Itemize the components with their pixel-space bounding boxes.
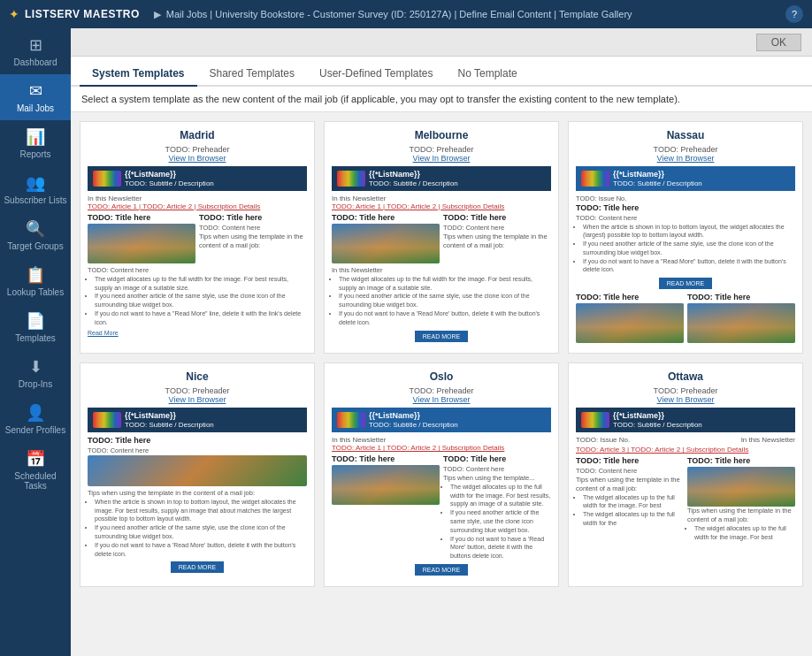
madrid-subtitle: TODO: Subtitle / Description bbox=[125, 179, 214, 188]
sidebar-label-subscriber-lists: Subscriber Lists bbox=[4, 195, 66, 205]
madrid-col1-img bbox=[88, 224, 195, 263]
subscriber-lists-icon: 👥 bbox=[26, 173, 45, 193]
target-groups-icon: 🔍 bbox=[26, 219, 45, 239]
oslo-view-browser[interactable]: View In Browser bbox=[332, 395, 551, 404]
melbourne-two-col: TODO: Title here TODO: Title here TODO: … bbox=[332, 213, 551, 263]
template-name-madrid: Madrid bbox=[88, 129, 307, 141]
ottawa-tips: Tips when using the template in the cont… bbox=[576, 476, 684, 493]
madrid-todo-links: TODO: Article 1 | TODO: Article 2 | Subs… bbox=[88, 202, 260, 210]
melbourne-todo-links: TODO: Article 1 | TODO: Article 2 | Subs… bbox=[332, 202, 504, 210]
nassau-col2-img bbox=[687, 303, 795, 343]
templates-row-1: Madrid TODO: Preheader View In Browser {… bbox=[80, 121, 803, 354]
sidebar-item-lookup-tables[interactable]: 📋 Lookup Tables bbox=[0, 258, 71, 304]
ottawa-col2-bullets: The widget allocates up to the full widt… bbox=[687, 524, 795, 542]
ottawa-subtitle: TODO: Subtitle / Description bbox=[613, 421, 702, 430]
melbourne-bullets: The widget allocates up to the full widt… bbox=[332, 275, 551, 327]
tab-system-templates[interactable]: System Templates bbox=[80, 62, 197, 87]
ottawa-preheader: TODO: Preheader bbox=[576, 386, 795, 395]
melbourne-preheader: TODO: Preheader bbox=[332, 145, 551, 154]
ottawa-todo-links: TODO: Article 3 | TODO: Article 2 | Subs… bbox=[576, 446, 748, 454]
melbourne-subtitle: TODO: Subtitle / Description bbox=[369, 179, 458, 188]
sidebar-item-scheduled-tasks[interactable]: 📅 Scheduled Tasks bbox=[0, 442, 71, 498]
oslo-col1-title: TODO: Title here bbox=[332, 454, 440, 463]
ottawa-col2-tips: Tips when using the template in the cont… bbox=[687, 507, 795, 524]
melbourne-list-name: {{*ListName}} bbox=[369, 170, 458, 179]
melbourne-col1-content: In this Newsletter bbox=[332, 266, 551, 275]
nassau-view-browser[interactable]: View In Browser bbox=[576, 154, 795, 163]
oslo-col1: TODO: Title here bbox=[332, 454, 440, 561]
template-card-madrid[interactable]: Madrid TODO: Preheader View In Browser {… bbox=[80, 121, 315, 354]
melbourne-read-more-btn[interactable]: READ MORE bbox=[415, 331, 468, 342]
melbourne-col2: TODO: Title here TODO: Content here Tips… bbox=[443, 213, 551, 263]
melbourne-header-text: {{*ListName}} TODO: Subtitle / Descripti… bbox=[369, 170, 458, 187]
instruction-text: Select a system template as the new cont… bbox=[71, 87, 812, 112]
oslo-bullets: The widget allocates up to the full widt… bbox=[443, 483, 551, 561]
melbourne-header: {{*ListName}} TODO: Subtitle / Descripti… bbox=[332, 166, 551, 191]
oslo-read-more-btn[interactable]: READ MORE bbox=[415, 564, 468, 576]
scheduled-tasks-icon: 📅 bbox=[26, 449, 45, 469]
ottawa-col2: TODO: Title here Tips when using the tem… bbox=[687, 456, 795, 541]
madrid-col1-content: TODO: Content here bbox=[88, 266, 307, 275]
template-name-nice: Nice bbox=[88, 370, 307, 383]
sidebar-label-mail-jobs: Mail Jobs bbox=[17, 103, 54, 113]
madrid-view-browser[interactable]: View In Browser bbox=[88, 154, 307, 163]
sidebar-label-lookup-tables: Lookup Tables bbox=[7, 287, 64, 297]
melbourne-col1-img bbox=[332, 224, 440, 263]
nassau-subtitle: TODO: Subtitle / Description bbox=[613, 179, 702, 188]
sidebar: ⊞ Dashboard ✉ Mail Jobs 📊 Reports 👥 Subs… bbox=[0, 28, 71, 656]
sidebar-item-target-groups[interactable]: 🔍 Target Groups bbox=[0, 212, 71, 258]
sidebar-item-dashboard[interactable]: ⊞ Dashboard bbox=[0, 28, 71, 74]
template-card-ottawa[interactable]: Ottawa TODO: Preheader View In Browser {… bbox=[568, 362, 803, 587]
nassau-bottom-cols: TODO: Title here TODO: Title here bbox=[576, 293, 795, 343]
template-card-melbourne[interactable]: Melbourne TODO: Preheader View In Browse… bbox=[324, 121, 559, 354]
template-card-nice[interactable]: Nice TODO: Preheader View In Browser {{*… bbox=[80, 362, 315, 587]
sidebar-item-drop-ins[interactable]: ⬇ Drop-Ins bbox=[0, 350, 71, 396]
templates-grid: Madrid TODO: Preheader View In Browser {… bbox=[71, 112, 812, 656]
template-card-nassau[interactable]: Nassau TODO: Preheader View In Browser {… bbox=[568, 121, 803, 354]
tab-shared-templates[interactable]: Shared Templates bbox=[197, 62, 308, 87]
star-icon: ✦ bbox=[9, 7, 19, 21]
dashboard-icon: ⊞ bbox=[29, 35, 42, 55]
sender-profiles-icon: 👤 bbox=[26, 403, 45, 423]
mail-jobs-icon: ✉ bbox=[29, 81, 42, 101]
madrid-col1-title: TODO: Title here bbox=[88, 213, 195, 222]
sidebar-label-dashboard: Dashboard bbox=[14, 57, 57, 67]
madrid-list-name: {{*ListName}} bbox=[125, 170, 214, 179]
template-card-oslo[interactable]: Oslo TODO: Preheader View In Browser {{*… bbox=[324, 362, 559, 587]
templates-row-2: Nice TODO: Preheader View In Browser {{*… bbox=[80, 362, 803, 587]
nice-rainbow bbox=[93, 412, 121, 428]
ok-button[interactable]: OK bbox=[756, 34, 801, 51]
sidebar-item-sender-profiles[interactable]: 👤 Sender Profiles bbox=[0, 396, 71, 442]
oslo-header: {{*ListName}} TODO: Subtitle / Descripti… bbox=[332, 408, 551, 432]
melbourne-col2-title: TODO: Title here bbox=[443, 213, 551, 222]
madrid-read-more[interactable]: Read More bbox=[88, 330, 119, 336]
oslo-col1-img bbox=[332, 465, 440, 505]
nice-read-more-btn[interactable]: READ MORE bbox=[171, 561, 224, 573]
ottawa-col2-img bbox=[687, 467, 795, 507]
template-name-ottawa: Ottawa bbox=[576, 370, 795, 383]
sidebar-label-target-groups: Target Groups bbox=[7, 241, 63, 251]
nassau-read-more-btn[interactable]: READ MORE bbox=[659, 278, 712, 289]
madrid-rainbow bbox=[93, 171, 121, 187]
sidebar-item-mail-jobs[interactable]: ✉ Mail Jobs bbox=[0, 74, 71, 120]
sidebar-label-reports: Reports bbox=[19, 149, 50, 159]
oslo-col2-content: TODO: Content here bbox=[443, 465, 551, 474]
melbourne-view-browser[interactable]: View In Browser bbox=[332, 154, 551, 163]
ottawa-view-browser[interactable]: View In Browser bbox=[576, 395, 795, 404]
nice-view-browser[interactable]: View In Browser bbox=[88, 395, 307, 404]
brand-logo: ✦ LISTSERV MAESTRO bbox=[9, 7, 140, 21]
ottawa-bullets: The widget allocates up to the full widt… bbox=[576, 493, 684, 528]
sidebar-item-reports[interactable]: 📊 Reports bbox=[0, 120, 71, 166]
madrid-preheader: TODO: Preheader bbox=[88, 145, 307, 154]
sidebar-item-templates[interactable]: 📄 Templates bbox=[0, 304, 71, 350]
tab-no-template[interactable]: No Template bbox=[446, 62, 530, 87]
oslo-preheader: TODO: Preheader bbox=[332, 386, 551, 395]
ottawa-newsletter-label: In this Newsletter bbox=[741, 436, 795, 444]
nice-tips: Tips when using the template in the cont… bbox=[88, 489, 307, 498]
ottawa-two-col: TODO: Title here TODO: Content here Tips… bbox=[576, 456, 795, 541]
sidebar-item-subscriber-lists[interactable]: 👥 Subscriber Lists bbox=[0, 166, 71, 212]
help-button[interactable]: ? bbox=[785, 5, 803, 23]
tab-user-defined-templates[interactable]: User-Defined Templates bbox=[307, 62, 446, 87]
nassau-bullets: When the article is shown in top to bott… bbox=[576, 223, 795, 275]
sidebar-label-scheduled-tasks: Scheduled Tasks bbox=[4, 471, 67, 491]
